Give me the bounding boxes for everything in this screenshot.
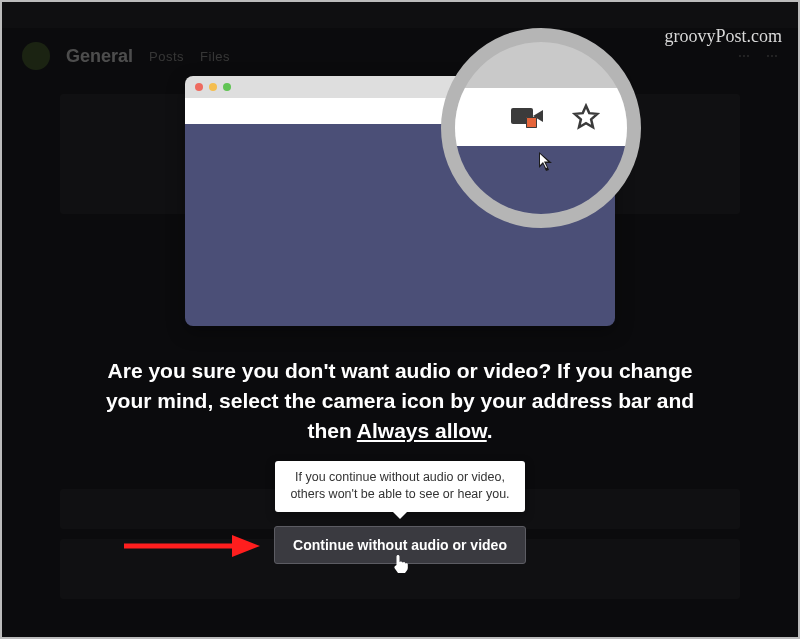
- illustration-address-strip: [455, 88, 627, 146]
- svg-marker-1: [232, 535, 260, 557]
- illustration-magnifier: [441, 28, 641, 228]
- continue-tooltip-text: If you continue without audio or video, …: [275, 461, 525, 512]
- permission-illustration: [185, 46, 615, 326]
- annotation-arrow-icon: [120, 532, 260, 564]
- traffic-light-minimize-icon: [209, 83, 217, 91]
- permission-headline: Are you sure you don't want audio or vid…: [90, 356, 710, 447]
- bookmark-star-icon: [571, 102, 601, 132]
- permission-modal: Are you sure you don't want audio or vid…: [50, 40, 750, 600]
- camera-blocked-icon: [511, 106, 545, 128]
- pointer-cursor-icon: [537, 150, 557, 178]
- bg-channel-avatar: [22, 42, 50, 70]
- hand-cursor-icon: [391, 554, 409, 578]
- bg-topbar: [0, 0, 800, 28]
- traffic-light-zoom-icon: [223, 83, 231, 91]
- headline-text-post: .: [487, 419, 493, 442]
- traffic-light-close-icon: [195, 83, 203, 91]
- headline-always-allow: Always allow: [357, 419, 487, 442]
- continue-tooltip: If you continue without audio or video, …: [275, 461, 525, 512]
